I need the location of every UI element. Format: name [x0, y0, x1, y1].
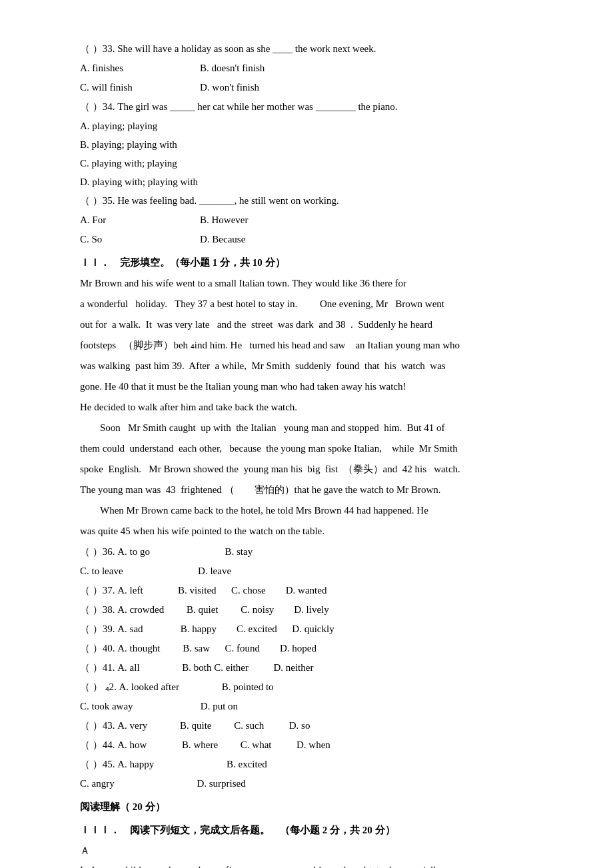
question-35: （ ）35. He was feeling bad. _______, he s… [80, 192, 560, 210]
q36-line: （ ）36. A. to go B. stay [80, 543, 560, 561]
q34-optA[interactable]: A. playing; playing [80, 117, 560, 135]
q35-optD[interactable]: D. Because [200, 230, 320, 248]
q40-line: （ ）40. A. thought B. saw C. found D. hop… [80, 640, 560, 657]
q41-line: （ ）41. A. all B. both C. either D. neith… [80, 659, 560, 677]
q35-options: A. For B. However [80, 211, 560, 229]
passage-line-2: a wonderful holiday. They 37 a best hote… [80, 295, 560, 313]
passage-line-6: gone. He 40 that it must be the Italian … [80, 378, 560, 396]
q44-line: （ ）44. A. how B. where C. what D. when [80, 736, 560, 754]
q34-optB[interactable]: B. playing; playing with [80, 136, 560, 154]
q42-line2: C. took away D. put on [80, 697, 560, 715]
q33-optD[interactable]: D. won't finish [200, 79, 320, 97]
q33-options: A. finishes B. doesn't finish [80, 59, 560, 77]
passage-a-line1: In Japan, children who are three, five o… [80, 861, 560, 868]
q45-line2: C. angry D. surprised [80, 775, 560, 793]
q33-optC[interactable]: C. will finish [80, 79, 200, 97]
passage2-line-1: Soon Mr Smith caught up with the Italian… [80, 419, 560, 437]
passage-line-1: Mr Brown and his wife went to a small It… [80, 274, 560, 292]
passage-line-7: He decided to walk after him and take ba… [80, 398, 560, 416]
passage3-line-1: When Mr Brown came back to the hotel, he… [80, 502, 560, 520]
q45-line: （ ）45. A. happy B. excited [80, 755, 560, 773]
q33-options2: C. will finish D. won't finish [80, 79, 560, 97]
section3-subheader: ＩＩＩ． 阅读下列短文，完成文后各题。 （每小题 2 分，共 20 分） [80, 821, 560, 839]
q34-optD[interactable]: D. playing with; playing with [80, 173, 560, 191]
passage-line-5: was walking past him 39. After a while, … [80, 357, 560, 375]
q35-options2: C. So D. Because [80, 230, 560, 248]
passage2-line-2: them could understand each other, becaus… [80, 440, 560, 458]
passage2-line-4: The young man was 43 frightened （ 害怕的）th… [80, 481, 560, 499]
q39-line: （ ）39. A. sad B. happy C. excited D. qui… [80, 620, 560, 638]
q38-line: （ ）38. A. crowded B. quiet C. noisy D. l… [80, 601, 560, 619]
passage3-line-2: was quite 45 when his wife pointed to th… [80, 522, 560, 540]
q37-line: （ ）37. A. left B. visited C. chose D. wa… [80, 582, 560, 600]
question-34: （ ）34. The girl was _____ her cat while … [80, 98, 560, 116]
q35-optC[interactable]: C. So [80, 230, 200, 248]
passage-a-label: Ａ [80, 842, 560, 860]
q34-optC[interactable]: C. playing with; playing [80, 155, 560, 173]
section3-header: 阅读理解（ 20 分） [80, 798, 560, 816]
q33-optB[interactable]: B. doesn't finish [200, 59, 320, 77]
q36-line2: C. to leave D. leave [80, 562, 560, 580]
question-33: （ ）33. She will have a holiday as soon a… [80, 40, 560, 58]
q35-optB[interactable]: B. However [200, 211, 320, 229]
passage2-line-3: spoke English. Mr Brown showed the young… [80, 460, 560, 478]
section2-header: ＩＩ． 完形填空。（每小题 1 分，共 10 分） [80, 254, 560, 272]
q33-optA[interactable]: A. finishes [80, 59, 200, 77]
passage-line-3: out for a walk. It was very late and the… [80, 316, 560, 334]
q43-line: （ ）43. A. very B. quite C. such D. so [80, 717, 560, 735]
q35-optA[interactable]: A. For [80, 211, 200, 229]
q42-line: （ ） ₄2. A. looked after B. pointed to [80, 678, 560, 696]
passage-line-4: footsteps （脚步声）beh ₄ind him. He turned h… [80, 336, 560, 354]
